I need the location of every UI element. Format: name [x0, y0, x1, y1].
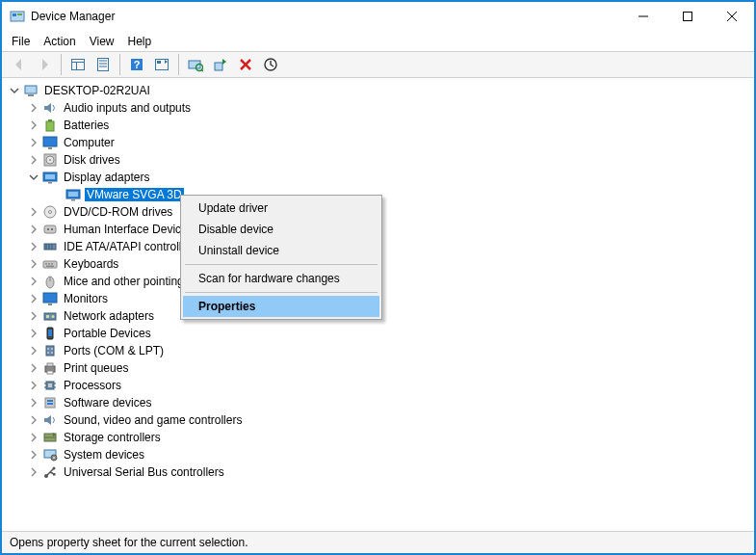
display-icon — [42, 170, 58, 185]
svg-rect-69 — [47, 363, 53, 366]
svg-rect-57 — [48, 304, 52, 305]
tree-category-node[interactable]: Disk drives — [4, 151, 752, 169]
svg-rect-30 — [48, 147, 52, 149]
tree-category-node[interactable]: Ports (COM & LPT) — [4, 342, 752, 359]
menu-action[interactable]: Action — [43, 35, 75, 48]
tree-category-node[interactable]: Print queues — [4, 359, 752, 377]
expand-icon[interactable] — [27, 275, 40, 288]
ctx-update-driver[interactable]: Update driver — [183, 198, 379, 219]
ctx-disable-device[interactable]: Disable device — [183, 219, 379, 240]
ctx-scan-hardware[interactable]: Scan for hardware changes — [183, 268, 379, 289]
svg-rect-29 — [43, 137, 57, 146]
usb-icon — [42, 464, 58, 480]
svg-rect-28 — [46, 121, 54, 131]
cd-icon — [42, 204, 58, 220]
svg-point-41 — [49, 211, 52, 214]
expand-icon[interactable] — [27, 448, 40, 462]
tree-category-node[interactable]: Display adapters — [4, 169, 752, 186]
menubar: File Action View Help — [2, 31, 754, 51]
tree-category-label: Print queues — [62, 361, 130, 375]
expand-icon[interactable] — [27, 136, 40, 149]
uninstall-button[interactable] — [234, 53, 257, 76]
expand-icon[interactable] — [27, 379, 40, 392]
tree-category-node[interactable]: Sound, video and game controllers — [4, 411, 752, 429]
expand-icon[interactable] — [27, 431, 40, 444]
network-icon — [42, 308, 58, 324]
tree-category-label: IDE ATA/ATAPI controllers — [62, 240, 199, 253]
window-title: Device Manager — [31, 10, 621, 23]
expand-icon[interactable] — [27, 465, 40, 479]
tree-category-node[interactable]: Portable Devices — [4, 325, 752, 342]
ctx-properties[interactable]: Properties — [183, 296, 379, 317]
expand-icon[interactable] — [27, 344, 40, 357]
update-driver-button[interactable] — [209, 53, 232, 76]
minimize-button[interactable] — [621, 2, 665, 31]
tree-root-node[interactable]: DESKTOP-02R2UAI — [4, 82, 752, 99]
svg-rect-42 — [44, 225, 56, 233]
speaker-icon — [42, 100, 58, 116]
svg-rect-52 — [51, 263, 53, 265]
expand-icon[interactable] — [27, 119, 40, 132]
ctx-separator — [185, 292, 378, 293]
expand-icon[interactable] — [27, 153, 40, 167]
scan-hardware-button[interactable] — [184, 53, 207, 76]
menu-file[interactable]: File — [12, 35, 30, 48]
context-menu: Update driver Disable device Uninstall d… — [180, 195, 382, 320]
help-button[interactable]: ? — [125, 53, 148, 76]
expand-icon[interactable] — [27, 101, 40, 115]
svg-rect-7 — [72, 60, 85, 70]
svg-rect-2 — [17, 13, 22, 15]
expand-icon[interactable] — [27, 205, 40, 219]
svg-point-64 — [47, 348, 49, 350]
expand-icon[interactable] — [27, 396, 40, 410]
properties-button[interactable] — [91, 53, 115, 76]
svg-rect-38 — [68, 192, 78, 197]
portable-icon — [42, 326, 58, 341]
action-button[interactable] — [150, 53, 173, 76]
expand-icon[interactable] — [27, 223, 40, 236]
port-icon — [42, 343, 58, 358]
close-button[interactable] — [710, 2, 754, 31]
svg-rect-21 — [215, 63, 222, 70]
tree-category-node[interactable]: Audio inputs and outputs — [4, 99, 752, 117]
tree-category-label: Keyboards — [62, 257, 120, 271]
collapse-icon[interactable] — [8, 84, 21, 97]
tree-category-node[interactable]: Processors — [4, 377, 752, 394]
menu-view[interactable]: View — [90, 35, 115, 48]
status-text: Opens property sheet for the current sel… — [10, 536, 248, 549]
disk-icon — [42, 152, 58, 168]
disable-button[interactable] — [259, 53, 282, 76]
tree-category-node[interactable]: Universal Serial Bus controllers — [4, 463, 752, 481]
toolbar-separator — [119, 54, 120, 75]
tree-category-node[interactable]: Computer — [4, 134, 752, 151]
tree-category-label: Computer — [62, 136, 117, 149]
expand-icon[interactable] — [27, 327, 40, 340]
expand-icon[interactable] — [27, 257, 40, 271]
menu-help[interactable]: Help — [128, 35, 152, 48]
tree-category-node[interactable]: Software devices — [4, 394, 752, 411]
svg-rect-39 — [71, 199, 75, 201]
expand-icon[interactable] — [27, 309, 40, 323]
tree-category-node[interactable]: System devices — [4, 446, 752, 463]
svg-rect-51 — [48, 263, 50, 265]
nav-forward-button[interactable] — [33, 53, 56, 76]
window-controls — [621, 2, 754, 31]
expand-icon[interactable] — [27, 240, 40, 253]
maximize-button[interactable] — [665, 2, 710, 31]
collapse-icon[interactable] — [27, 171, 40, 184]
svg-point-67 — [51, 352, 53, 354]
expand-icon[interactable] — [27, 292, 40, 305]
keyboard-icon — [42, 256, 58, 272]
show-hide-tree-button[interactable] — [66, 53, 90, 76]
svg-point-33 — [49, 159, 51, 161]
expand-icon[interactable] — [27, 413, 40, 427]
tree-category-node[interactable]: Storage controllers — [4, 429, 752, 446]
nav-back-button[interactable] — [8, 53, 31, 76]
ctx-uninstall-device[interactable]: Uninstall device — [183, 240, 379, 261]
svg-rect-25 — [25, 86, 37, 93]
tree-category-label: Ports (COM & LPT) — [62, 344, 166, 357]
tree-category-node[interactable]: Batteries — [4, 117, 752, 134]
svg-rect-50 — [45, 263, 47, 265]
expand-icon[interactable] — [27, 361, 40, 375]
tree-category-label: Batteries — [62, 119, 111, 132]
